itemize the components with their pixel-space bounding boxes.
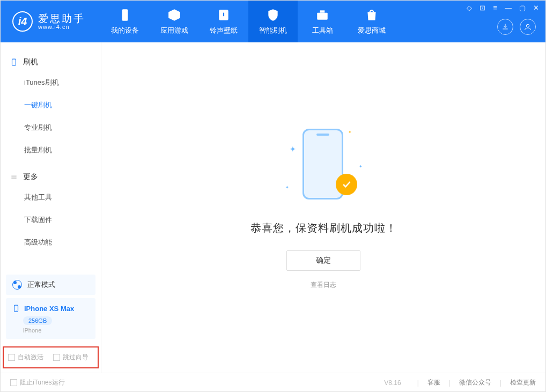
toolbox-icon <box>315 8 330 23</box>
sparkle-icon: ✦ <box>348 130 352 135</box>
svg-point-4 <box>526 24 529 27</box>
bag-icon <box>364 8 379 23</box>
version-label: V8.16 <box>384 379 401 387</box>
svg-rect-5 <box>12 59 16 65</box>
sidebar-item-download-firmware[interactable]: 下载固件 <box>1 209 101 231</box>
sidebar-item-itunes-flash[interactable]: iTunes刷机 <box>1 71 101 94</box>
options-highlight-box: 自动激活 跳过向导 <box>3 346 99 368</box>
tab-label: 我的设备 <box>111 26 139 35</box>
tab-apps[interactable]: 应用游戏 <box>150 1 199 42</box>
check-badge-icon <box>336 174 357 195</box>
tab-label: 智能刷机 <box>259 26 287 35</box>
account-button[interactable] <box>520 19 536 35</box>
phone-icon <box>12 304 20 313</box>
tab-store[interactable]: 爱思商城 <box>347 1 396 42</box>
menu-icon[interactable]: ≡ <box>493 4 497 12</box>
checkbox-label: 跳过向导 <box>63 353 88 362</box>
lock-icon[interactable]: ⊡ <box>479 4 485 12</box>
sidebar-item-pro-flash[interactable]: 专业刷机 <box>1 116 101 139</box>
sparkle-icon: ✦ <box>285 185 289 190</box>
list-icon <box>10 173 18 181</box>
view-log-link[interactable]: 查看日志 <box>311 280 336 290</box>
checkbox-icon <box>53 354 60 361</box>
checkbox-icon <box>10 379 17 386</box>
maximize-button[interactable]: ▢ <box>519 4 526 12</box>
logo-text: 爱思助手 www.i4.cn <box>38 13 85 30</box>
tab-flash[interactable]: 智能刷机 <box>248 1 298 42</box>
sidebar-section-flash[interactable]: 刷机 <box>1 53 101 71</box>
device-storage: 256GB <box>23 316 52 325</box>
minimize-button[interactable]: — <box>505 4 512 12</box>
svg-point-7 <box>16 310 16 311</box>
phone-icon <box>10 58 18 66</box>
checkbox-icon <box>8 354 15 361</box>
logo-icon: i4 <box>12 11 33 32</box>
tab-my-device[interactable]: 我的设备 <box>100 1 150 42</box>
success-message: 恭喜您，保资料刷机成功啦！ <box>250 221 397 235</box>
mode-label: 正常模式 <box>27 280 55 290</box>
checkbox-skip-guide[interactable]: 跳过向导 <box>53 353 88 362</box>
download-button[interactable] <box>497 19 513 35</box>
status-bar: 阻止iTunes运行 V8.16 | 客服 | 微信公众号 | 检查更新 <box>1 373 545 392</box>
svg-rect-0 <box>122 9 128 21</box>
header-actions <box>497 19 536 35</box>
device-info-box[interactable]: iPhone XS Max 256GB iPhone <box>6 298 95 339</box>
cube-icon <box>167 8 182 23</box>
app-body: 刷机 iTunes刷机 一键刷机 专业刷机 批量刷机 更多 其他工具 下载固件 … <box>1 42 545 373</box>
checkbox-block-itunes[interactable]: 阻止iTunes运行 <box>10 378 65 387</box>
svg-rect-2 <box>317 13 328 20</box>
svg-rect-3 <box>320 10 325 12</box>
app-header: i4 爱思助手 www.i4.cn 我的设备 应用游戏 铃声壁纸 智能刷机 工具… <box>1 1 545 42</box>
shield-icon <box>265 8 281 23</box>
tab-label: 爱思商城 <box>358 26 386 35</box>
main-content: ✦ ✦ ✦ ✦ 恭喜您，保资料刷机成功啦！ 确定 查看日志 <box>101 42 545 373</box>
checkbox-label: 自动激活 <box>18 353 43 362</box>
support-link[interactable]: 客服 <box>427 378 440 387</box>
mode-icon <box>12 280 22 290</box>
app-subtitle: www.i4.cn <box>38 24 85 30</box>
sidebar-item-other-tools[interactable]: 其他工具 <box>1 186 101 209</box>
sparkle-icon: ✦ <box>359 164 363 169</box>
music-icon <box>216 8 231 23</box>
ok-button[interactable]: 确定 <box>286 250 360 271</box>
sidebar: 刷机 iTunes刷机 一键刷机 专业刷机 批量刷机 更多 其他工具 下载固件 … <box>1 42 101 373</box>
sidebar-section-more[interactable]: 更多 <box>1 168 101 186</box>
sidebar-item-oneclick-flash[interactable]: 一键刷机 <box>1 94 101 116</box>
sidebar-item-advanced[interactable]: 高级功能 <box>1 231 101 254</box>
success-illustration: ✦ ✦ ✦ ✦ <box>283 125 364 206</box>
device-name: iPhone XS Max <box>24 305 74 313</box>
wechat-link[interactable]: 微信公众号 <box>459 378 491 387</box>
device-mode-box[interactable]: 正常模式 <box>6 275 95 295</box>
tab-label: 工具箱 <box>312 26 333 35</box>
section-title: 刷机 <box>23 57 38 67</box>
logo[interactable]: i4 爱思助手 www.i4.cn <box>12 11 85 32</box>
section-title: 更多 <box>23 172 38 182</box>
shirt-icon[interactable]: ◇ <box>467 4 472 12</box>
sidebar-item-batch-flash[interactable]: 批量刷机 <box>1 139 101 161</box>
sparkle-icon: ✦ <box>290 145 296 153</box>
tab-toolbox[interactable]: 工具箱 <box>298 1 347 42</box>
tab-ringtones[interactable]: 铃声壁纸 <box>199 1 248 42</box>
checkbox-label: 阻止iTunes运行 <box>20 378 65 387</box>
device-type: iPhone <box>23 327 89 334</box>
check-update-link[interactable]: 检查更新 <box>510 378 536 387</box>
window-controls: ◇ ⊡ ≡ — ▢ ✕ <box>467 4 539 12</box>
main-tabs: 我的设备 应用游戏 铃声壁纸 智能刷机 工具箱 爱思商城 <box>100 1 396 42</box>
tab-label: 应用游戏 <box>160 26 188 35</box>
device-icon <box>117 8 132 23</box>
tab-label: 铃声壁纸 <box>210 26 238 35</box>
checkbox-auto-activate[interactable]: 自动激活 <box>8 353 43 362</box>
close-button[interactable]: ✕ <box>533 4 539 12</box>
app-title: 爱思助手 <box>38 13 85 24</box>
